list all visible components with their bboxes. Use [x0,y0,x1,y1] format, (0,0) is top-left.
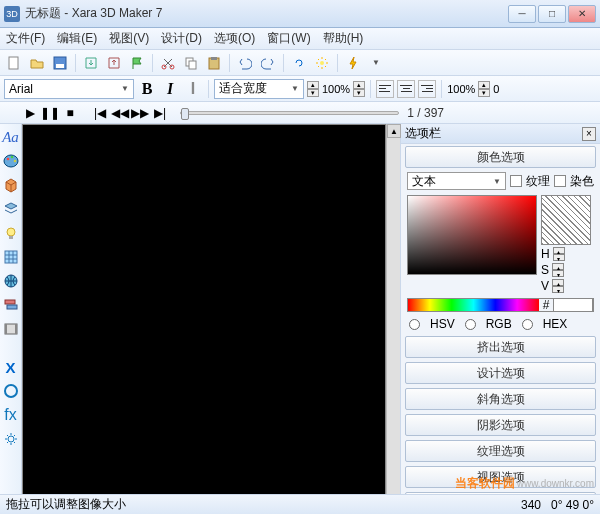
maximize-button[interactable]: □ [538,5,566,23]
canvas[interactable] [22,124,386,502]
radio-hex[interactable] [522,319,533,330]
svg-rect-8 [211,57,217,60]
panel-close-icon[interactable]: × [582,127,596,141]
target-selector[interactable]: 文本▼ [407,172,506,190]
bulb-icon[interactable] [2,224,20,242]
scrollbar-vertical[interactable]: ▲ [386,124,400,502]
align-right-button[interactable] [418,80,436,98]
hsv-s-label: S [541,263,549,277]
menu-file[interactable]: 文件(F) [6,30,45,47]
zoom1-spinner[interactable]: ▴▾ [353,81,365,97]
align-left-button[interactable] [376,80,394,98]
stack-icon[interactable] [2,296,20,314]
tint-label: 染色 [570,173,594,190]
first-frame-icon[interactable]: |◀ [92,105,108,121]
fit-selector[interactable]: 适合宽度▼ [214,79,304,99]
hsv-v-spinner[interactable]: ▴▾ [552,279,564,293]
svg-rect-0 [9,57,18,69]
copy-icon[interactable] [181,53,201,73]
redo-icon[interactable] [258,53,278,73]
globe-icon[interactable] [2,272,20,290]
cursor-button[interactable]: I [183,80,203,98]
pause-icon[interactable]: ❚❚ [42,105,58,121]
menu-help[interactable]: 帮助(H) [323,30,364,47]
stop-icon[interactable]: ■ [62,105,78,121]
paste-icon[interactable] [204,53,224,73]
color-options-button[interactable]: 颜色选项 [405,146,596,168]
timeline-slider[interactable] [180,111,399,115]
film-icon[interactable] [2,320,20,338]
shadow-options-button[interactable]: 阴影选项 [405,414,596,436]
bevel-options-button[interactable]: 斜角选项 [405,388,596,410]
hsv-s-spinner[interactable]: ▴▾ [552,263,564,277]
circle-tool-icon[interactable] [2,382,20,400]
play-icon[interactable]: ▶ [22,105,38,121]
hex-input[interactable] [553,298,593,312]
extrude-options-button[interactable]: 挤出选项 [405,336,596,358]
undo-icon[interactable] [235,53,255,73]
fx-icon[interactable]: fx [2,406,20,424]
bold-button[interactable]: B [137,80,157,98]
import-icon[interactable] [81,53,101,73]
main-area: Aa X fx ▲ ◀ 选项栏 × 颜色选项 文本▼ [0,124,600,514]
window-title: 无标题 - Xara 3D Maker 7 [25,5,508,22]
fit-spinner[interactable]: ▴▾ [307,81,319,97]
swatch-preview [541,195,591,245]
last-frame-icon[interactable]: ▶| [152,105,168,121]
hue-bar[interactable]: # [407,298,594,312]
prev-frame-icon[interactable]: ◀◀ [112,105,128,121]
status-coords: 340 [521,498,541,512]
link-icon[interactable] [289,53,309,73]
texture-checkbox[interactable] [510,175,522,187]
grid-icon[interactable] [2,248,20,266]
hsv-h-spinner[interactable]: ▴▾ [553,247,565,261]
statusbar: 拖拉可以调整图像大小 340 0° 49 0° [0,494,600,514]
flag-icon[interactable] [127,53,147,73]
texture-label: 纹理 [526,173,550,190]
bolt-icon[interactable] [343,53,363,73]
open-icon[interactable] [27,53,47,73]
frame-counter: 1 / 397 [407,106,444,120]
status-angle: 0° 49 0° [551,498,594,512]
cut-icon[interactable] [158,53,178,73]
radio-rgb[interactable] [465,319,476,330]
menu-view[interactable]: 视图(V) [109,30,149,47]
color-picker[interactable] [407,195,537,275]
dropdown-icon[interactable]: ▼ [366,53,386,73]
gear-icon[interactable] [2,430,20,448]
texture-options-button[interactable]: 纹理选项 [405,440,596,462]
toolbar-main: ▼ [0,50,600,76]
menu-options[interactable]: 选项(O) [214,30,255,47]
menu-design[interactable]: 设计(D) [161,30,202,47]
design-options-button[interactable]: 设计选项 [405,362,596,384]
hsv-h-label: H [541,247,550,261]
font-selector[interactable]: Arial▼ [4,79,134,99]
cube-icon[interactable] [2,176,20,194]
align-center-button[interactable] [397,80,415,98]
light-icon[interactable] [312,53,332,73]
toolbar-format: Arial▼ B I I 适合宽度▼ ▴▾ 100% ▴▾ 100% ▴▾ 0 [0,76,600,102]
zoom2-spinner[interactable]: ▴▾ [478,81,490,97]
tint-checkbox[interactable] [554,175,566,187]
timeline-bar: ▶ ❚❚ ■ |◀ ◀◀ ▶▶ ▶| 1 / 397 [0,102,600,124]
options-panel: 选项栏 × 颜色选项 文本▼ 纹理 染色 H▴▾ S▴▾ V▴▾ # [400,124,600,514]
window-controls: ─ □ ✕ [508,5,596,23]
menu-window[interactable]: 窗口(W) [267,30,310,47]
new-icon[interactable] [4,53,24,73]
radio-hsv[interactable] [409,319,420,330]
app-icon: 3D [4,6,20,22]
scroll-up-icon[interactable]: ▲ [387,124,401,138]
next-frame-icon[interactable]: ▶▶ [132,105,148,121]
export-icon[interactable] [104,53,124,73]
save-icon[interactable] [50,53,70,73]
minimize-button[interactable]: ─ [508,5,536,23]
menu-edit[interactable]: 编辑(E) [57,30,97,47]
zoom-2: 100% [447,83,475,95]
menubar: 文件(F) 编辑(E) 视图(V) 设计(D) 选项(O) 窗口(W) 帮助(H… [0,28,600,50]
close-button[interactable]: ✕ [568,5,596,23]
italic-button[interactable]: I [160,80,180,98]
layers-icon[interactable] [2,200,20,218]
text-tool-icon[interactable]: Aa [2,128,20,146]
x-logo-icon[interactable]: X [2,358,20,376]
palette-icon[interactable] [2,152,20,170]
